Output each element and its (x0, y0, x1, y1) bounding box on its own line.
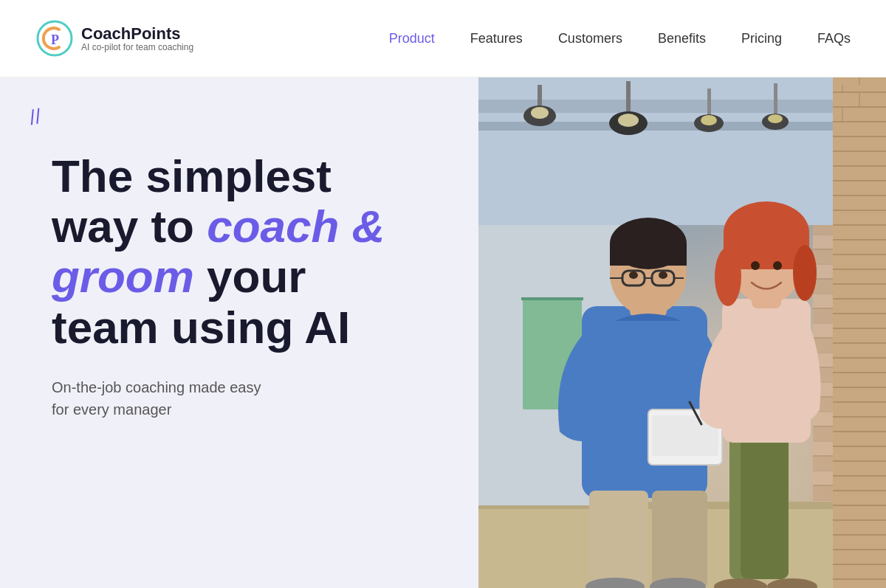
nav-customers[interactable]: Customers (558, 31, 622, 46)
svg-rect-22 (833, 77, 886, 588)
svg-point-10 (618, 114, 639, 127)
nav-benefits[interactable]: Benefits (658, 31, 706, 46)
svg-rect-65 (610, 243, 687, 266)
svg-point-88 (793, 245, 817, 301)
main-nav: Product Features Customers Benefits Pric… (389, 31, 851, 46)
logo[interactable]: P CoachPoints AI co-pilot for team coach… (35, 19, 193, 58)
svg-text:P: P (51, 32, 59, 47)
logo-tagline: AI co-pilot for team coaching (81, 42, 193, 52)
nav-faqs[interactable]: FAQs (817, 31, 851, 46)
nav-product[interactable]: Product (389, 31, 435, 46)
hero-left: // The simplest way to coach & groom you… (0, 77, 478, 588)
svg-point-72 (659, 271, 667, 279)
svg-point-16 (768, 114, 783, 123)
svg-point-7 (531, 107, 549, 119)
svg-point-89 (751, 261, 760, 270)
svg-rect-21 (521, 297, 583, 300)
hero-headline: The simplest way to coach & groom your t… (52, 151, 434, 353)
svg-rect-76 (589, 491, 648, 588)
svg-rect-77 (652, 491, 707, 588)
hero-subtext: On-the-job coaching made easy for every … (52, 376, 434, 421)
hero-section: // The simplest way to coach & groom you… (0, 77, 886, 588)
accent-decoration: // (28, 106, 43, 128)
svg-point-13 (701, 115, 717, 125)
svg-point-71 (629, 271, 638, 279)
logo-name: CoachPoints (81, 24, 193, 44)
svg-point-87 (715, 247, 741, 306)
svg-rect-81 (741, 432, 789, 579)
hero-image (478, 77, 886, 588)
nav-features[interactable]: Features (470, 31, 523, 46)
header: P CoachPoints AI co-pilot for team coach… (0, 0, 886, 77)
svg-point-90 (773, 261, 782, 270)
nav-pricing[interactable]: Pricing (741, 31, 782, 46)
logo-icon: P (35, 19, 74, 58)
